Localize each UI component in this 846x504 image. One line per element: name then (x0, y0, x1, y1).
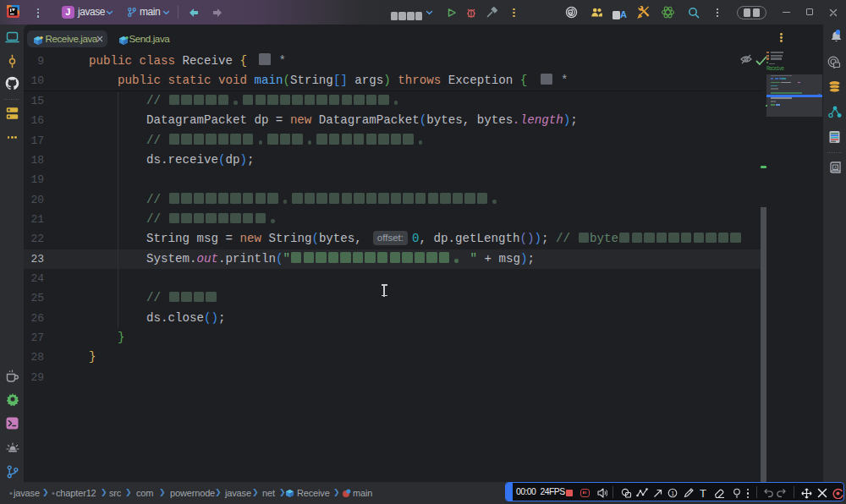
svg-text:1: 1 (671, 490, 674, 496)
